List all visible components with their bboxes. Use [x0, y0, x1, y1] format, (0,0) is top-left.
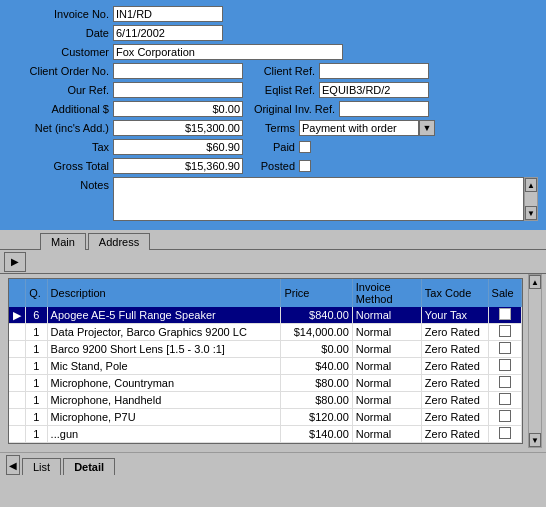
tab-detail[interactable]: Detail [63, 458, 115, 475]
original-inv-input[interactable] [339, 101, 429, 117]
col-header-price: Price [281, 279, 352, 307]
invoice-no-input[interactable] [113, 6, 223, 22]
gross-total-input[interactable] [113, 158, 243, 174]
tax-input[interactable] [113, 139, 243, 155]
row-arrow [9, 324, 26, 341]
row-price: $840.00 [281, 307, 352, 324]
notes-scroll-down[interactable]: ▼ [525, 206, 537, 220]
terms-label: Terms [249, 122, 299, 134]
row-sale[interactable] [488, 307, 521, 324]
row-price: $140.00 [281, 426, 352, 443]
client-order-row: Client Order No. Client Ref. [8, 63, 538, 79]
date-label: Date [8, 27, 113, 39]
row-sale[interactable] [488, 341, 521, 358]
invoice-no-row: Invoice No. [8, 6, 538, 22]
customer-row: Customer [8, 44, 538, 60]
bottom-panel: ▶ Q. Description Price Invoice Method Ta… [0, 249, 546, 475]
net-row: Net (inc's Add.) Terms ▼ [8, 120, 538, 136]
client-order-label: Client Order No. [8, 65, 113, 77]
row-tax: Zero Rated [421, 409, 488, 426]
row-desc: Apogee AE-5 Full Range Speaker [47, 307, 281, 324]
terms-dropdown-btn[interactable]: ▼ [419, 120, 435, 136]
col-header-tax: Tax Code [421, 279, 488, 307]
additional-row: Additional $ Original Inv. Ref. [8, 101, 538, 117]
our-ref-row: Our Ref. Eqlist Ref. [8, 82, 538, 98]
notes-textarea[interactable] [113, 177, 524, 221]
row-tax: Zero Rated [421, 358, 488, 375]
table-scroll-down[interactable]: ▼ [529, 433, 541, 447]
posted-checkbox[interactable] [299, 160, 311, 172]
net-input[interactable] [113, 120, 243, 136]
row-method: Normal [352, 392, 421, 409]
row-sale[interactable] [488, 375, 521, 392]
original-inv-label: Original Inv. Ref. [249, 103, 339, 115]
items-table: Q. Description Price Invoice Method Tax … [9, 279, 522, 443]
customer-label: Customer [8, 46, 113, 58]
row-method: Normal [352, 409, 421, 426]
date-input[interactable] [113, 25, 223, 41]
client-ref-input[interactable] [319, 63, 429, 79]
row-desc: Barco 9200 Short Lens [1.5 - 3.0 :1] [47, 341, 281, 358]
additional-label: Additional $ [8, 103, 113, 115]
row-method: Normal [352, 426, 421, 443]
gross-total-label: Gross Total [8, 160, 113, 172]
notes-scroll-up[interactable]: ▲ [525, 178, 537, 192]
customer-input[interactable] [113, 44, 343, 60]
row-arrow [9, 392, 26, 409]
paid-checkbox[interactable] [299, 141, 311, 153]
row-sale[interactable] [488, 392, 521, 409]
tab-address[interactable]: Address [88, 233, 150, 250]
paid-label: Paid [249, 141, 299, 153]
row-qty: 1 [26, 409, 47, 426]
row-price: $120.00 [281, 409, 352, 426]
row-method: Normal [352, 375, 421, 392]
posted-label: Posted [249, 160, 299, 172]
row-arrow [9, 341, 26, 358]
row-price: $40.00 [281, 358, 352, 375]
row-qty: 1 [26, 358, 47, 375]
tab-bar: Main Address [0, 230, 546, 249]
row-arrow [9, 358, 26, 375]
row-tax: Zero Rated [421, 392, 488, 409]
tab-list[interactable]: List [22, 458, 61, 475]
row-arrow [9, 375, 26, 392]
row-price: $14,000.00 [281, 324, 352, 341]
tax-label: Tax [8, 141, 113, 153]
client-ref-label: Client Ref. [249, 65, 319, 77]
row-method: Normal [352, 341, 421, 358]
our-ref-input[interactable] [113, 82, 243, 98]
table-scroll-up[interactable]: ▲ [529, 275, 541, 289]
row-desc: Mic Stand, Pole [47, 358, 281, 375]
row-sale[interactable] [488, 426, 521, 443]
eqlist-ref-input[interactable] [319, 82, 429, 98]
row-price: $80.00 [281, 375, 352, 392]
col-header-qty: Q. [26, 279, 47, 307]
terms-input[interactable] [299, 120, 419, 136]
tab-main[interactable]: Main [40, 233, 86, 250]
items-table-container: Q. Description Price Invoice Method Tax … [8, 278, 523, 444]
row-method: Normal [352, 324, 421, 341]
row-tax: Zero Rated [421, 341, 488, 358]
row-arrow: ▶ [9, 307, 26, 324]
client-order-input[interactable] [113, 63, 243, 79]
row-qty: 1 [26, 324, 47, 341]
row-sale[interactable] [488, 324, 521, 341]
invoice-no-label: Invoice No. [8, 8, 113, 20]
row-method: Normal [352, 358, 421, 375]
row-qty: 1 [26, 426, 47, 443]
row-desc: ...gun [47, 426, 281, 443]
row-desc: Microphone, Handheld [47, 392, 281, 409]
additional-input[interactable] [113, 101, 243, 117]
col-header-desc: Description [47, 279, 281, 307]
bottom-tab-bar: ◀ List Detail [0, 452, 546, 475]
row-method: Normal [352, 307, 421, 324]
toolbar-arrow-btn[interactable]: ▶ [4, 252, 26, 272]
notes-row: Notes ▲ ▼ [8, 177, 538, 221]
row-sale[interactable] [488, 409, 521, 426]
col-header-method: Invoice Method [352, 279, 421, 307]
bottom-toolbar-btn[interactable]: ◀ [6, 455, 20, 475]
row-qty: 1 [26, 392, 47, 409]
row-sale[interactable] [488, 358, 521, 375]
row-qty: 1 [26, 341, 47, 358]
col-header-sale: Sale [488, 279, 521, 307]
